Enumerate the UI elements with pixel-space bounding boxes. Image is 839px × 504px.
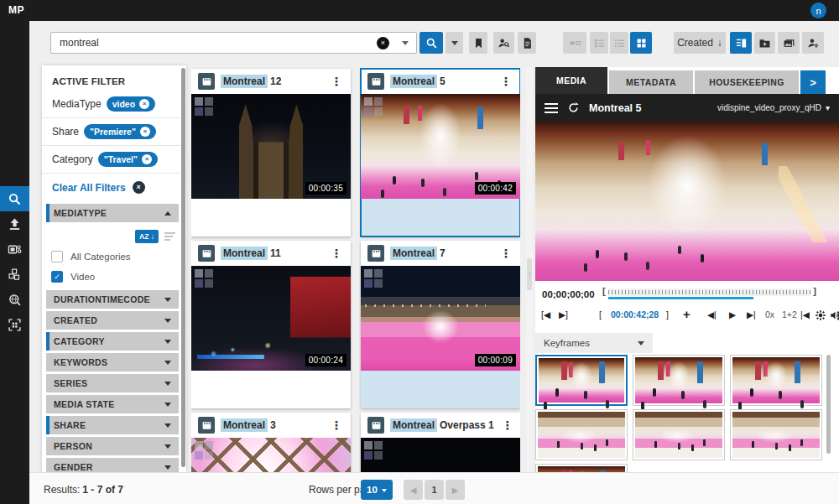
filter-chip-share[interactable]: "Premiere" × bbox=[84, 124, 156, 139]
card-thumbnail[interactable]: 00:00:42 bbox=[361, 94, 520, 199]
user-settings-button[interactable] bbox=[802, 32, 824, 54]
filter-section-person[interactable]: PERSON bbox=[46, 437, 179, 455]
keyframe-thumb[interactable] bbox=[535, 409, 628, 460]
nav-media-processing-icon[interactable] bbox=[0, 236, 29, 262]
clear-all-filters-link[interactable]: Clear All Filters × bbox=[42, 174, 186, 200]
asset-card-montreal-overpass-1[interactable]: MontrealOverpass 1 ⋮ bbox=[361, 413, 520, 472]
play-button[interactable]: ▶ bbox=[729, 309, 736, 320]
filter-chip-category[interactable]: "Travel" × bbox=[98, 152, 158, 167]
search-options-caret-button[interactable] bbox=[446, 32, 463, 54]
option-video[interactable]: ✓ Video bbox=[48, 267, 177, 287]
checkbox-checked-icon[interactable]: ✓ bbox=[51, 271, 63, 283]
card-thumbnail[interactable]: 00:00:35 bbox=[191, 94, 351, 199]
filter-section-gender[interactable]: GENDER bbox=[46, 458, 179, 472]
filter-section-keywords[interactable]: KEYWORDS bbox=[46, 353, 179, 372]
add-to-folder-button[interactable] bbox=[754, 32, 775, 54]
remove-filter-icon[interactable]: × bbox=[139, 99, 149, 109]
collections-button[interactable] bbox=[778, 32, 800, 54]
card-menu-icon[interactable]: ⋮ bbox=[498, 247, 513, 260]
sort-lines-icon[interactable] bbox=[164, 232, 175, 241]
option-all-categories[interactable]: All Categories bbox=[48, 247, 177, 267]
keyframe-thumb[interactable] bbox=[730, 355, 822, 406]
filter-panel-scrollbar[interactable] bbox=[181, 68, 185, 467]
keyframe-thumb[interactable] bbox=[633, 409, 725, 460]
go-to-start-button[interactable]: |◀ bbox=[800, 309, 810, 320]
card-menu-icon[interactable]: ⋮ bbox=[329, 247, 344, 260]
asset-card-montreal-5[interactable]: Montreal5 ⋮ 00:00:42 bbox=[361, 69, 520, 236]
search-input[interactable] bbox=[50, 32, 417, 54]
user-avatar[interactable]: n bbox=[810, 3, 826, 18]
filter-section-series[interactable]: SERIES bbox=[46, 374, 179, 392]
scrollbar-handle[interactable]: ⋮ bbox=[527, 258, 532, 290]
keyframe-thumb[interactable] bbox=[730, 409, 822, 460]
filter-section-category[interactable]: CATEGORY bbox=[46, 332, 179, 351]
card-thumbnail[interactable]: 00:00:24 bbox=[191, 266, 351, 371]
settings-gear-icon[interactable] bbox=[815, 309, 826, 321]
remove-filter-icon[interactable]: × bbox=[140, 127, 150, 137]
jump-to-in-button[interactable]: [◀ bbox=[541, 309, 550, 320]
search-history-caret-icon[interactable] bbox=[402, 41, 409, 49]
card-menu-icon[interactable]: ⋮ bbox=[500, 418, 515, 432]
asset-card-montreal-12[interactable]: Montreal12 ⋮ 00:00:35 bbox=[191, 69, 351, 236]
nav-upload-icon[interactable] bbox=[0, 211, 29, 236]
keyframes-scrollbar[interactable] bbox=[826, 355, 831, 454]
card-menu-icon[interactable]: ⋮ bbox=[329, 75, 344, 88]
keyframe-thumb[interactable] bbox=[535, 355, 628, 406]
tab-media[interactable]: MEDIA bbox=[535, 67, 607, 94]
page-previous-button[interactable]: ◀ bbox=[404, 480, 423, 500]
checkbox-unchecked-icon[interactable] bbox=[51, 251, 63, 262]
panel-toggle-button[interactable] bbox=[730, 32, 752, 54]
view-list-button[interactable] bbox=[610, 32, 628, 54]
mark-out-button[interactable]: ] bbox=[666, 309, 669, 320]
filter-section-durationtimecode[interactable]: DURATIONTIMECODE bbox=[46, 290, 179, 309]
next-frame-button[interactable]: ▶| bbox=[747, 309, 756, 320]
sort-az-button[interactable]: AZ ↓ bbox=[135, 230, 159, 243]
filter-section-media-state[interactable]: MEDIA STATE bbox=[46, 395, 179, 413]
card-thumbnail[interactable] bbox=[361, 438, 520, 472]
refresh-icon[interactable] bbox=[567, 101, 580, 114]
mark-in-button[interactable]: [ bbox=[599, 309, 602, 320]
card-thumbnail[interactable] bbox=[191, 438, 351, 472]
filter-section-mediatype[interactable]: MEDIATYPE bbox=[46, 204, 179, 222]
search-button[interactable] bbox=[420, 32, 443, 54]
tab-housekeeping[interactable]: HOUSEKEEPING bbox=[695, 70, 799, 94]
card-thumbnail[interactable]: 00:00:09 bbox=[361, 266, 520, 371]
remove-filter-icon[interactable]: × bbox=[142, 154, 152, 164]
video-preview[interactable] bbox=[535, 122, 839, 281]
nav-search-icon[interactable] bbox=[0, 186, 29, 211]
tab-metadata[interactable]: METADATA bbox=[609, 70, 693, 94]
bookmark-button[interactable] bbox=[469, 32, 487, 54]
card-menu-icon[interactable]: ⋮ bbox=[329, 418, 344, 432]
view-detail-list-button[interactable] bbox=[590, 32, 608, 54]
audio-channels[interactable]: 1+2 bbox=[782, 309, 797, 320]
document-button[interactable] bbox=[518, 32, 536, 54]
proxy-format-dropdown[interactable]: vidispine_video_proxy_qHD ▾ bbox=[717, 103, 830, 112]
nav-scan-icon[interactable] bbox=[0, 312, 29, 337]
filter-section-created[interactable]: CREATED bbox=[46, 311, 179, 330]
rows-per-page-dropdown[interactable]: 10 bbox=[361, 480, 393, 500]
player-menu-kebab-icon[interactable]: ⋮ bbox=[833, 309, 839, 322]
timeline-scrubber[interactable]: [ ] bbox=[602, 286, 816, 299]
saved-search-button[interactable] bbox=[493, 32, 514, 54]
tabs-overflow-button[interactable]: > bbox=[800, 70, 826, 94]
sort-dropdown[interactable]: Created ↓ bbox=[674, 32, 726, 54]
page-number-button[interactable]: 1 bbox=[425, 480, 444, 500]
asset-card-montreal-11[interactable]: Montreal11 ⋮ 00:00:24 bbox=[191, 241, 351, 408]
grid-scrollbar[interactable]: ⋮ bbox=[526, 67, 533, 472]
page-next-button[interactable]: ▶ bbox=[446, 480, 465, 500]
trim-tool-button[interactable] bbox=[563, 32, 586, 54]
nav-discovery-icon[interactable] bbox=[0, 287, 29, 312]
view-grid-button[interactable] bbox=[630, 32, 652, 54]
add-marker-button[interactable]: + bbox=[683, 307, 690, 321]
filter-chip-mediatype[interactable]: video × bbox=[107, 96, 155, 112]
player-menu-icon[interactable] bbox=[545, 103, 558, 113]
search-clear-icon[interactable]: × bbox=[377, 37, 389, 49]
keyframe-thumb[interactable] bbox=[535, 464, 628, 472]
card-menu-icon[interactable]: ⋮ bbox=[498, 75, 513, 88]
asset-card-montreal-3[interactable]: Montreal3 ⋮ bbox=[191, 413, 351, 472]
previous-frame-button[interactable]: ◀| bbox=[707, 309, 717, 320]
asset-card-montreal-7[interactable]: Montreal7 ⋮ 00:00:09 bbox=[361, 241, 520, 408]
keyframe-thumb[interactable] bbox=[633, 355, 725, 406]
keyframes-dropdown[interactable]: Keyframes bbox=[535, 333, 653, 353]
playback-speed[interactable]: 0x bbox=[765, 309, 774, 320]
